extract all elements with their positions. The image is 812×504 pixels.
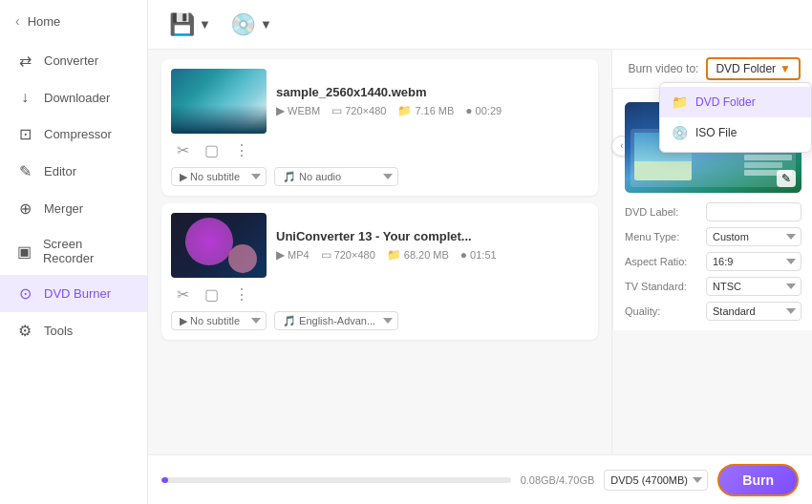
aspect-ratio-select[interactable]: 16:9 4:3 [706,252,801,271]
crop-button-0[interactable]: ▢ [201,139,223,161]
tv-standard-select[interactable]: NTSC PAL [706,277,801,296]
duration-icon-1: ● [460,248,467,262]
sidebar-item-compressor[interactable]: ⊡ Compressor [0,116,147,153]
more-button-0[interactable]: ⋮ [230,139,253,161]
file-list: sample_2560x1440.webm ▶ WEBM ▭ 720×480 📁… [148,50,611,454]
disc-type-select[interactable]: DVD5 (4700MB) DVD9 (8500MB) [604,470,708,491]
sidebar-back-label: Home [28,14,61,29]
quality-label: Quality: [625,305,660,317]
sidebar-label-tools: Tools [44,324,73,338]
trim-button-1[interactable]: ✂ [173,284,193,305]
sidebar-label-merger: Merger [44,201,83,216]
storage-info: 0.08GB/4.70GB [521,474,595,486]
file-card-top-0: sample_2560x1440.webm ▶ WEBM ▭ 720×480 📁… [171,69,588,134]
dvd-label-row: DVD Label: [625,202,801,221]
thumb-img-0 [171,69,267,134]
dvd-burner-icon: ⊙ [15,284,34,303]
crop-button-1[interactable]: ▢ [201,284,223,305]
settings-section: DVD Label: Menu Type: Custom Default Non… [625,202,801,321]
content-area: sample_2560x1440.webm ▶ WEBM ▭ 720×480 📁… [148,50,812,454]
resolution-icon-1: ▭ [321,248,331,262]
editor-icon: ✎ [15,162,34,180]
sidebar-item-merger[interactable]: ⊕ Merger [0,190,147,227]
dvd-folder-icon: 📁 [672,94,688,110]
add-file-icon: 💾 [169,12,195,37]
format-icon-0: ▶ [276,104,285,117]
preview-edit-button[interactable]: ✎ [777,170,796,187]
resolution-value-0: 720×480 [345,105,386,116]
progress-bar-fill [161,477,168,483]
dvd-label-label: DVD Label: [625,206,678,218]
resolution-icon-0: ▭ [331,104,342,117]
duration-value-0: 00:29 [476,105,502,116]
sidebar-item-downloader[interactable]: ↓ Downloader [0,79,147,116]
sidebar-nav: ⇄ Converter ↓ Downloader ⊡ Compressor ✎ … [0,42,147,349]
back-button[interactable]: ‹ Home [0,0,147,42]
file-format-1: ▶ MP4 [276,248,310,262]
file-controls-1: ✂ ▢ ⋮ [171,284,588,305]
add-dvd-button[interactable]: 💿 ▼ [224,9,278,41]
sidebar-item-tools[interactable]: ⚙ Tools [0,312,147,349]
sidebar-label-screen-recorder: Screen Recorder [43,237,132,265]
right-panel-wrapper: Burn video to: DVD Folder ▼ 📁 DVD Folder… [611,50,812,454]
iso-file-icon: 💿 [672,125,688,140]
merger-icon: ⊕ [15,200,34,218]
sidebar-item-screen-recorder[interactable]: ▣ Screen Recorder [0,227,147,275]
sidebar-item-converter[interactable]: ⇄ Converter [0,42,147,79]
file-info-0: sample_2560x1440.webm ▶ WEBM ▭ 720×480 📁… [276,85,588,117]
menu-type-row: Menu Type: Custom Default None [625,227,801,246]
subtitle-select-0[interactable]: ▶ No subtitle [171,167,267,186]
aspect-ratio-label: Aspect Ratio: [625,256,687,267]
bottom-bar: 0.08GB/4.70GB DVD5 (4700MB) DVD9 (8500MB… [148,454,812,504]
dropdown-item-iso-file[interactable]: 💿 ISO File [660,117,811,148]
dropdown-item-dvd-folder[interactable]: 📁 DVD Folder [660,87,811,117]
downloader-icon: ↓ [15,89,34,106]
converter-icon: ⇄ [15,52,34,70]
file-subtitle-bar-1: ▶ No subtitle 🎵 English-Advan... [171,311,588,330]
add-dvd-icon-arrow: ▼ [260,17,272,32]
add-dvd-icon: 💿 [230,12,256,37]
audio-select-1[interactable]: 🎵 English-Advan... [274,311,398,330]
sidebar-label-converter: Converter [44,53,98,68]
format-value-0: WEBM [288,105,320,116]
file-name-0: sample_2560x1440.webm [276,85,588,99]
file-card-0: sample_2560x1440.webm ▶ WEBM ▭ 720×480 📁… [161,59,598,196]
menu-type-select[interactable]: Custom Default None [706,227,801,246]
subtitle-select-1[interactable]: ▶ No subtitle [171,311,267,330]
file-duration-1: ● 01:51 [460,248,497,262]
quality-select[interactable]: Standard High Low [706,302,801,321]
tools-icon: ⚙ [15,322,34,340]
file-subtitle-bar-0: ▶ No subtitle 🎵 No audio [171,167,588,186]
add-file-icon-arrow: ▼ [199,17,211,32]
duration-icon-0: ● [465,104,472,117]
sidebar-label-dvd-burner: DVD Burner [44,286,111,301]
sidebar-item-editor[interactable]: ✎ Editor [0,153,147,190]
trim-button-0[interactable]: ✂ [173,139,193,161]
resolution-value-1: 720×480 [334,249,375,261]
duration-value-1: 01:51 [470,249,497,261]
file-size-1: 📁 68.20 MB [387,248,449,262]
aspect-ratio-row: Aspect Ratio: 16:9 4:3 [625,252,801,271]
burn-to-value: DVD Folder [716,62,776,75]
file-thumbnail-1 [171,213,267,278]
file-meta-0: ▶ WEBM ▭ 720×480 📁 7.16 MB ● 00:29 [276,104,588,117]
more-button-1[interactable]: ⋮ [230,284,253,305]
burn-to-dropdown-button[interactable]: DVD Folder ▼ [706,57,801,80]
burn-button[interactable]: Burn [717,464,799,496]
back-arrow-icon: ‹ [15,13,20,29]
file-controls-0: ✂ ▢ ⋮ [171,139,588,161]
sidebar-label-editor: Editor [44,164,76,178]
sidebar-item-dvd-burner[interactable]: ⊙ DVD Burner [0,275,147,312]
audio-select-0[interactable]: 🎵 No audio [274,167,398,186]
tv-standard-label: TV Standard: [625,281,687,292]
sidebar: ‹ Home ⇄ Converter ↓ Downloader ⊡ Compre… [0,0,148,504]
file-resolution-1: ▭ 720×480 [321,248,375,262]
sidebar-label-compressor: Compressor [44,127,112,141]
quality-row: Quality: Standard High Low [625,302,801,321]
burn-to-header: Burn video to: DVD Folder ▼ 📁 DVD Folder… [612,50,812,89]
file-resolution-0: ▭ 720×480 [331,104,386,117]
progress-bar-container [161,477,511,483]
add-file-button[interactable]: 💾 ▼ [163,9,217,41]
dvd-label-input[interactable] [706,202,801,221]
size-value-0: 7.16 MB [415,105,454,116]
